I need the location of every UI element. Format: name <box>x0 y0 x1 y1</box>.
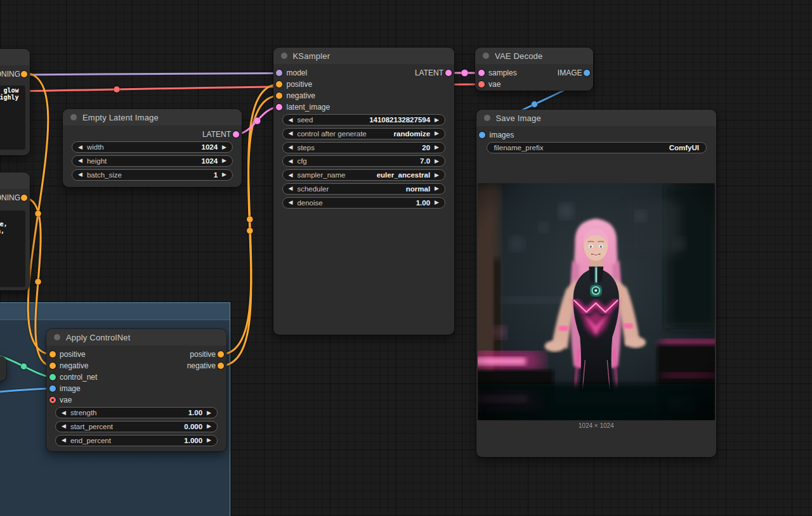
input-slot-dot[interactable] <box>478 81 485 87</box>
output-slot-dot[interactable] <box>445 70 452 76</box>
decrement-arrow-icon[interactable]: ◀ <box>289 186 293 191</box>
node-header[interactable]: KSampler <box>273 48 455 64</box>
widget-height[interactable]: ◀ height 1024 ▶ <box>72 155 233 167</box>
decrement-arrow-icon[interactable]: ◀ <box>289 131 293 136</box>
widget-batch-size[interactable]: ◀ batch_size 1 ▶ <box>72 169 233 181</box>
input-slot-dot[interactable] <box>49 363 56 369</box>
collapse-dot-icon[interactable] <box>54 334 60 340</box>
widget-value[interactable]: 141082132827594 <box>369 116 430 124</box>
generated-image-preview[interactable] <box>478 183 715 420</box>
widget-value[interactable]: randomize <box>394 130 431 138</box>
input-slot-dot[interactable] <box>479 132 485 138</box>
collapse-dot-icon[interactable] <box>484 115 490 121</box>
increment-arrow-icon[interactable]: ▶ <box>435 145 439 150</box>
increment-arrow-icon[interactable]: ▶ <box>207 437 211 443</box>
node-clip-text-encode-positive[interactable]: CONDITIONING glowhighly <box>0 49 30 155</box>
node-clip-text-encode-negative[interactable]: CONDITIONING re, a, <box>0 172 30 290</box>
increment-arrow-icon[interactable]: ▶ <box>222 172 226 177</box>
node-header[interactable]: Empty Latent Image <box>63 109 242 126</box>
prompt-text-widget[interactable]: glowhighly <box>0 86 25 150</box>
increment-arrow-icon[interactable]: ▶ <box>222 145 226 150</box>
collapse-dot-icon[interactable] <box>281 53 287 59</box>
link-midpoint-dot[interactable] <box>35 210 41 217</box>
decrement-arrow-icon[interactable]: ◀ <box>289 200 293 205</box>
input-slot-dot[interactable] <box>276 81 282 87</box>
decrement-arrow-icon[interactable]: ◀ <box>78 158 82 164</box>
decrement-arrow-icon[interactable]: ◀ <box>62 437 66 443</box>
decrement-arrow-icon[interactable]: ◀ <box>78 172 82 177</box>
input-slot-dot[interactable] <box>276 93 282 99</box>
output-slot-dot[interactable] <box>584 70 590 76</box>
node-save-image[interactable]: Save Image images filename_prefix ComfyU… <box>476 110 717 457</box>
increment-arrow-icon[interactable]: ▶ <box>435 117 439 123</box>
node-header[interactable]: Apply ControlNet <box>46 329 226 345</box>
increment-arrow-icon[interactable]: ▶ <box>435 200 439 205</box>
link-midpoint-dot[interactable] <box>532 101 538 108</box>
increment-arrow-icon[interactable]: ▶ <box>207 423 211 429</box>
decrement-arrow-icon[interactable]: ◀ <box>289 158 293 164</box>
node-header[interactable] <box>0 172 30 189</box>
widget-width[interactable]: ◀ width 1024 ▶ <box>72 141 233 153</box>
link-midpoint-dot[interactable] <box>21 363 27 370</box>
increment-arrow-icon[interactable]: ▶ <box>207 410 211 416</box>
output-slot-dot[interactable] <box>218 351 224 358</box>
widget-value[interactable]: 1.00 <box>416 199 430 207</box>
widget-scheduler[interactable]: ◀ scheduler normal ▶ <box>282 183 446 195</box>
prompt-text-widget[interactable]: re, a, <box>0 210 25 287</box>
widget-end-percent[interactable]: ◀ end_percent 1.000 ▶ <box>55 435 218 446</box>
output-slot-dot[interactable] <box>218 363 224 369</box>
node-empty-latent-image[interactable]: Empty Latent Image LATENT ◀ width 1024 ▶… <box>63 109 242 187</box>
input-slot-dot[interactable] <box>276 70 282 76</box>
widget-value[interactable]: 1 <box>214 171 218 179</box>
node-vae-decode[interactable]: VAE Decode samples IMAGE vae <box>475 48 593 91</box>
widget-filename-prefix[interactable]: filename_prefix ComfyUI <box>487 142 707 153</box>
widget-steps[interactable]: ◀ steps 20 ▶ <box>282 142 446 153</box>
widget-sampler-name[interactable]: ◀ sampler_name euler_ancestral ▶ <box>282 169 446 181</box>
widget-value[interactable]: 1024 <box>201 143 218 151</box>
decrement-arrow-icon[interactable]: ◀ <box>289 117 293 123</box>
widget-value[interactable]: euler_ancestral <box>377 171 430 179</box>
link-midpoint-dot[interactable] <box>35 279 41 285</box>
increment-arrow-icon[interactable]: ▶ <box>435 158 439 164</box>
node-clipped-left-stub[interactable] <box>0 356 6 381</box>
output-slot-dot[interactable] <box>21 195 27 201</box>
increment-arrow-icon[interactable]: ▶ <box>435 186 439 191</box>
widget-value[interactable]: 1.00 <box>188 409 202 416</box>
collapse-dot-icon[interactable] <box>70 114 77 120</box>
widget-cfg[interactable]: ◀ cfg 7.0 ▶ <box>282 155 446 167</box>
input-slot-dot[interactable] <box>49 351 56 358</box>
decrement-arrow-icon[interactable]: ◀ <box>78 145 82 150</box>
output-slot-dot[interactable] <box>233 131 239 138</box>
node-header[interactable]: Save Image <box>476 110 717 126</box>
decrement-arrow-icon[interactable]: ◀ <box>62 423 66 429</box>
decrement-arrow-icon[interactable]: ◀ <box>289 145 293 150</box>
input-slot-dot-unconnected[interactable] <box>49 397 56 403</box>
node-header[interactable]: VAE Decode <box>475 48 593 64</box>
link-midpoint-dot[interactable] <box>247 228 253 234</box>
input-slot-dot[interactable] <box>478 70 485 76</box>
widget-seed[interactable]: ◀ seed 141082132827594 ▶ <box>282 114 446 126</box>
link-load-image-wire[interactable] <box>0 389 53 397</box>
widget-value[interactable]: 0.000 <box>184 423 202 430</box>
link-midpoint-dot[interactable] <box>254 117 261 124</box>
widget-control-after-generate[interactable]: ◀ control after generate randomize ▶ <box>282 128 446 139</box>
collapse-dot-icon[interactable] <box>483 53 489 59</box>
widget-strength[interactable]: ◀ strength 1.00 ▶ <box>55 407 218 418</box>
widget-value[interactable]: 20 <box>422 144 430 152</box>
widget-value[interactable]: 1024 <box>201 157 218 165</box>
widget-value[interactable]: ComfyUI <box>669 144 699 152</box>
output-slot-dot[interactable] <box>21 71 27 77</box>
widget-value[interactable]: 1.000 <box>184 437 202 444</box>
link-model-wire[interactable] <box>0 74 279 75</box>
node-graph-canvas[interactable]: CONDITIONING glowhighly CONDITIONING re,… <box>0 0 812 516</box>
link-midpoint-dot[interactable] <box>114 86 120 93</box>
widget-value[interactable]: normal <box>406 185 430 193</box>
link-midpoint-dot[interactable] <box>461 70 468 77</box>
decrement-arrow-icon[interactable]: ◀ <box>62 410 66 416</box>
increment-arrow-icon[interactable]: ▶ <box>222 158 226 164</box>
input-slot-dot[interactable] <box>49 385 56 392</box>
increment-arrow-icon[interactable]: ▶ <box>435 131 439 136</box>
widget-value[interactable]: 7.0 <box>420 157 430 165</box>
widget-denoise[interactable]: ◀ denoise 1.00 ▶ <box>282 197 446 209</box>
node-header[interactable] <box>0 49 30 65</box>
